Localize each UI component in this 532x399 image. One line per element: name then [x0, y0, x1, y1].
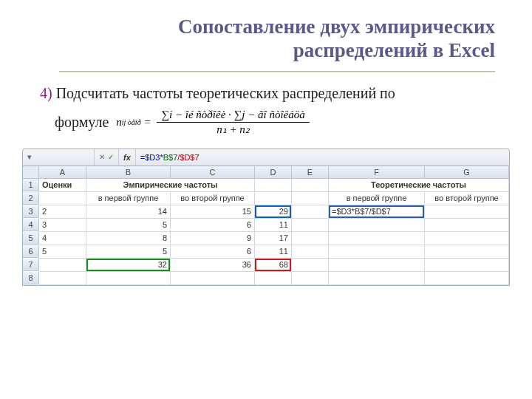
cell-D1[interactable]: [255, 179, 292, 192]
formula-bar: ▾ ✕ ✓ fx =$D3*B$7/$D$7: [22, 149, 510, 166]
cell-D4[interactable]: 11: [255, 219, 292, 232]
col-F[interactable]: F: [329, 166, 425, 179]
cell-D5[interactable]: 17: [255, 232, 292, 245]
title-line1: Сопоставление двух эмпирических: [178, 16, 495, 38]
cell-B6[interactable]: 5: [86, 245, 171, 259]
formula-fraction: ∑i − îé ñòðîêè · ∑j − ãî ñòîëáöà n₁ + n₂: [157, 109, 310, 135]
row-7-header[interactable]: 7: [23, 259, 39, 271]
formula-input[interactable]: =$D3*B$7/$D$7: [136, 153, 509, 162]
col-C[interactable]: C: [171, 166, 255, 179]
name-box[interactable]: ▾: [23, 149, 95, 166]
cell-G5[interactable]: [425, 232, 509, 245]
row-6-header[interactable]: 6: [23, 245, 39, 258]
cell-E7[interactable]: [292, 259, 329, 272]
cell-B7[interactable]: 32: [86, 259, 171, 272]
formula-eq: =: [143, 116, 151, 129]
cell-F8[interactable]: [329, 272, 425, 285]
cell-F2[interactable]: в первой группе: [329, 192, 425, 205]
cell-E3[interactable]: [292, 205, 329, 219]
cell-G2[interactable]: во второй группе: [425, 192, 509, 205]
cell-B8[interactable]: [86, 272, 171, 285]
cell-G3[interactable]: [425, 205, 509, 219]
cell-F7[interactable]: [329, 259, 425, 272]
cell-B4[interactable]: 5: [86, 219, 171, 232]
select-all-corner[interactable]: [23, 166, 39, 179]
col-B[interactable]: B: [86, 166, 171, 179]
cell-B5[interactable]: 8: [86, 232, 171, 245]
formula-bot: n₁ + n₂: [216, 123, 250, 135]
formula-sub: ij òåîð: [122, 118, 141, 126]
excel-screenshot: ▾ ✕ ✓ fx =$D3*B$7/$D$7 A B C D E F G 1 О…: [22, 149, 510, 286]
cell-D2[interactable]: [255, 192, 292, 205]
slide-title: Сопоставление двух эмпирических распреде…: [0, 0, 532, 66]
formula-part-green: B$7: [163, 153, 178, 162]
cell-E8[interactable]: [292, 272, 329, 285]
cell-A6[interactable]: 5: [39, 245, 86, 259]
cell-C6[interactable]: 6: [171, 245, 255, 259]
formula-part-red: /$D$7: [177, 153, 199, 162]
cell-C8[interactable]: [171, 272, 255, 285]
cell-G4[interactable]: [425, 219, 509, 232]
formula-n: n: [116, 116, 122, 129]
cell-B3[interactable]: 14: [86, 205, 171, 219]
formula-top: ∑i − îé ñòðîêè · ∑j − ãî ñòîëáöà: [157, 109, 310, 123]
cell-A4[interactable]: 3: [39, 219, 86, 232]
cell-F6[interactable]: [329, 245, 425, 259]
spreadsheet-grid[interactable]: A B C D E F G 1 Оценки Эмпирические част…: [22, 166, 510, 286]
cell-C3[interactable]: 15: [171, 205, 255, 219]
cell-F5[interactable]: [329, 232, 425, 245]
col-A[interactable]: A: [39, 166, 86, 179]
cell-A7[interactable]: [39, 259, 86, 272]
col-D[interactable]: D: [255, 166, 292, 179]
formula-label: формуле: [55, 114, 109, 131]
row-5-header[interactable]: 5: [23, 232, 39, 245]
cell-F4[interactable]: [329, 219, 425, 232]
item-number: 4): [40, 85, 52, 101]
cell-FG1[interactable]: Теоретические частоты: [329, 179, 509, 192]
row-2-header[interactable]: 2: [23, 192, 39, 205]
cell-E6[interactable]: [292, 245, 329, 259]
body-text: 4) Подсчитать частоты теоретических расп…: [0, 72, 532, 105]
cell-A8[interactable]: [39, 272, 86, 285]
cell-B2[interactable]: в первой группе: [86, 192, 171, 205]
cell-F3[interactable]: =$D3*B$7/$D$7: [329, 205, 425, 219]
cell-D3[interactable]: 29: [255, 205, 292, 219]
cell-D7[interactable]: 68: [255, 259, 292, 272]
formula: nij òåîð = ∑i − îé ñòðîêè · ∑j − ãî ñòîë…: [116, 109, 313, 135]
cell-E4[interactable]: [292, 219, 329, 232]
row-3-header[interactable]: 3: [23, 205, 39, 218]
col-G[interactable]: G: [425, 166, 509, 179]
cell-G6[interactable]: [425, 245, 509, 259]
cell-D8[interactable]: [255, 272, 292, 285]
cell-C2[interactable]: во второй группе: [171, 192, 255, 205]
row-1-header[interactable]: 1: [23, 179, 39, 191]
accept-icon[interactable]: ✓: [108, 153, 114, 161]
title-line2: распределений в Excel: [293, 39, 495, 61]
formula-part-blue: =$D3*: [140, 153, 163, 162]
cell-E1[interactable]: [292, 179, 329, 192]
item-text: Подсчитать частоты теоретических распред…: [56, 85, 395, 101]
fx-icon[interactable]: fx: [119, 149, 136, 166]
cancel-icon[interactable]: ✕: [99, 153, 105, 161]
cell-G7[interactable]: [425, 259, 509, 272]
cell-D6[interactable]: 11: [255, 245, 292, 259]
cell-A1[interactable]: Оценки: [39, 179, 86, 192]
cell-A2[interactable]: [39, 192, 86, 205]
col-E[interactable]: E: [292, 166, 329, 179]
cell-A5[interactable]: 4: [39, 232, 86, 245]
cell-E2[interactable]: [292, 192, 329, 205]
cell-E5[interactable]: [292, 232, 329, 245]
cell-A3[interactable]: 2: [39, 205, 86, 219]
cell-BC1[interactable]: Эмпирические частоты: [86, 179, 255, 192]
cell-G8[interactable]: [425, 272, 509, 285]
row-4-header[interactable]: 4: [23, 219, 39, 231]
row-8-header[interactable]: 8: [23, 272, 39, 284]
formula-buttons: ✕ ✓: [95, 149, 119, 166]
cell-C5[interactable]: 9: [171, 232, 255, 245]
cell-C7[interactable]: 36: [171, 259, 255, 272]
formula-row: формуле nij òåîð = ∑i − îé ñòðîêè · ∑j −…: [0, 105, 532, 135]
cell-C4[interactable]: 6: [171, 219, 255, 232]
